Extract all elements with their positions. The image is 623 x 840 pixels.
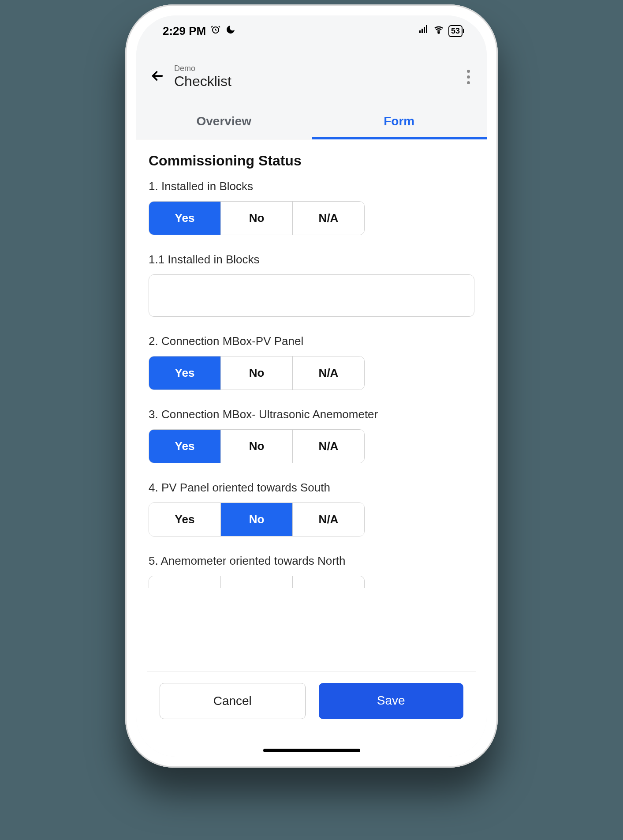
q2-no[interactable]: No [221, 356, 293, 390]
battery-indicator: 53 [448, 25, 463, 37]
question-1-1: 1.1 Installed in Blocks [149, 253, 474, 317]
back-arrow-icon[interactable] [149, 68, 165, 86]
question-2-label: 2. Connection MBox-PV Panel [149, 334, 474, 348]
question-1-label: 1. Installed in Blocks [149, 180, 474, 193]
question-4-options: Yes No N/A [149, 502, 365, 536]
wifi-icon [433, 24, 444, 38]
moon-icon [225, 24, 236, 38]
app-header: Demo Checklist [136, 46, 487, 103]
question-5: 5. Anemometer oriented towards North [149, 554, 474, 588]
question-1: 1. Installed in Blocks Yes No N/A [149, 180, 474, 235]
question-1-1-label: 1.1 Installed in Blocks [149, 253, 474, 266]
q5-yes[interactable] [149, 576, 221, 588]
alarm-icon [210, 24, 221, 38]
tab-overview[interactable]: Overview [136, 103, 312, 139]
q3-na[interactable]: N/A [293, 430, 364, 463]
question-4: 4. PV Panel oriented towards South Yes N… [149, 481, 474, 536]
q5-no[interactable] [221, 576, 293, 588]
question-5-label: 5. Anemometer oriented towards North [149, 554, 474, 568]
q1-na[interactable]: N/A [293, 202, 364, 235]
save-button[interactable]: Save [319, 683, 464, 719]
question-4-label: 4. PV Panel oriented towards South [149, 481, 474, 495]
header-titles: Demo Checklist [174, 64, 231, 90]
status-bar: 2:29 PM 53 [136, 15, 487, 46]
battery-value: 53 [451, 26, 460, 36]
tabs: Overview Form [136, 103, 487, 139]
svg-rect-4 [426, 25, 427, 33]
question-3: 3. Connection MBox- Ultrasonic Anemomete… [149, 408, 474, 463]
footer-actions: Cancel Save [147, 671, 476, 746]
header-left: Demo Checklist [149, 64, 231, 90]
form-content: Commissioning Status 1. Installed in Blo… [136, 139, 487, 757]
svg-rect-2 [422, 29, 423, 33]
svg-rect-1 [419, 30, 421, 33]
question-3-label: 3. Connection MBox- Ultrasonic Anemomete… [149, 408, 474, 421]
question-2-options: Yes No N/A [149, 356, 365, 390]
signal-icon [418, 24, 429, 38]
q2-na[interactable]: N/A [293, 356, 364, 390]
svg-rect-3 [424, 27, 425, 33]
question-1-options: Yes No N/A [149, 201, 365, 235]
question-5-options [149, 576, 365, 588]
more-menu-icon[interactable] [463, 66, 474, 88]
question-2: 2. Connection MBox-PV Panel Yes No N/A [149, 334, 474, 390]
status-time: 2:29 PM [163, 24, 206, 38]
header-subtitle: Demo [174, 64, 231, 73]
q3-yes[interactable]: Yes [149, 430, 221, 463]
q1-no[interactable]: No [221, 202, 293, 235]
q4-na[interactable]: N/A [293, 503, 364, 536]
question-3-options: Yes No N/A [149, 429, 365, 463]
header-title: Checklist [174, 73, 231, 90]
phone-frame: 2:29 PM 53 [125, 4, 498, 768]
q5-na[interactable] [293, 576, 364, 588]
q2-yes[interactable]: Yes [149, 356, 221, 390]
q4-yes[interactable]: Yes [149, 503, 221, 536]
q1-yes[interactable]: Yes [149, 202, 221, 235]
section-title: Commissioning Status [149, 153, 474, 169]
question-1-1-input[interactable] [149, 274, 474, 317]
svg-point-5 [438, 32, 439, 33]
q4-no[interactable]: No [221, 503, 293, 536]
tab-form[interactable]: Form [312, 103, 487, 139]
q3-no[interactable]: No [221, 430, 293, 463]
screen: 2:29 PM 53 [136, 15, 487, 757]
status-left: 2:29 PM [163, 24, 236, 38]
status-right: 53 [418, 24, 463, 38]
cancel-button[interactable]: Cancel [160, 683, 306, 719]
